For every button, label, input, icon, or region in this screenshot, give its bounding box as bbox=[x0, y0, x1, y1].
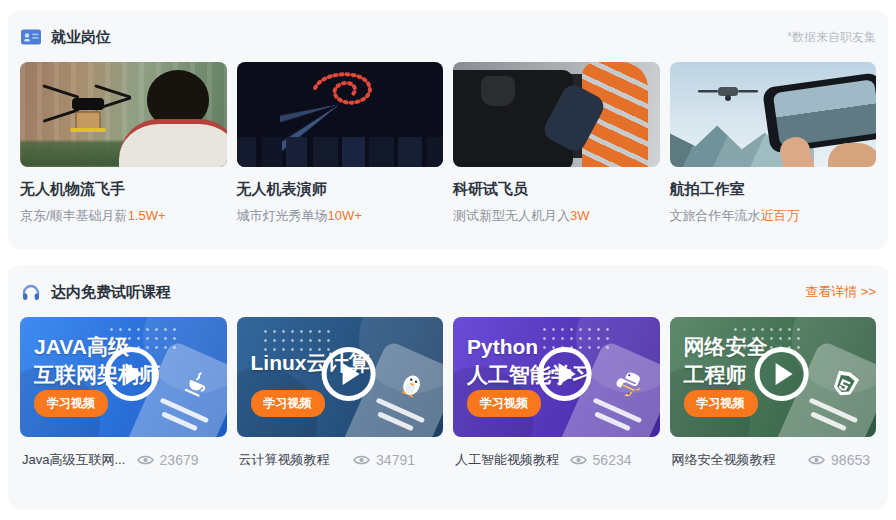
course-card-python: Python 人工智能学习 学习视频 人工智能视频教程 56234 bbox=[453, 317, 660, 469]
view-count: 34791 bbox=[353, 452, 415, 468]
jobs-section-title: 就业岗位 bbox=[51, 28, 111, 47]
study-video-badge: 学习视频 bbox=[467, 390, 541, 417]
course-caption: 人工智能视频教程 bbox=[455, 451, 559, 469]
view-count: 56234 bbox=[570, 452, 632, 468]
course-caption: 云计算视频教程 bbox=[239, 451, 330, 469]
view-count-value: 56234 bbox=[593, 452, 632, 468]
course-cards-row: JAVA高级 互联网架构师 学习视频 Java高级互联网... 23679 bbox=[20, 317, 876, 469]
job-desc-text: 测试新型无人机月入 bbox=[453, 208, 570, 223]
shield-logo-icon bbox=[823, 362, 868, 407]
study-video-badge: 学习视频 bbox=[684, 390, 758, 417]
courses-section-header: 达内免费试听课程 查看详情 >> bbox=[20, 281, 876, 303]
job-desc-text: 京东/顺丰基础月薪 bbox=[20, 208, 128, 223]
data-source-note: *数据来自职友集 bbox=[787, 29, 876, 46]
job-desc-text: 文旅合作年流水 bbox=[670, 208, 761, 223]
java-logo-icon bbox=[173, 362, 218, 407]
python-course-banner[interactable]: Python 人工智能学习 学习视频 bbox=[453, 317, 660, 437]
view-count-value: 23679 bbox=[160, 452, 199, 468]
course-caption-row: 网络安全视频教程 98653 bbox=[670, 451, 877, 469]
id-badge-icon bbox=[20, 26, 42, 48]
headphones-icon bbox=[20, 281, 42, 303]
job-desc: 京东/顺丰基础月薪1.5W+ bbox=[20, 207, 227, 225]
job-title: 无人机表演师 bbox=[237, 180, 444, 199]
play-button[interactable] bbox=[754, 347, 808, 401]
salary-highlight: 1.5W+ bbox=[128, 208, 166, 223]
view-details-link[interactable]: 查看详情 >> bbox=[805, 283, 876, 301]
salary-highlight: 3W bbox=[570, 208, 590, 223]
course-caption: 网络安全视频教程 bbox=[672, 451, 776, 469]
banner-line1: 网络安全 bbox=[684, 333, 768, 361]
drone-tank-decor bbox=[481, 76, 515, 106]
course-caption-row: 云计算视频教程 34791 bbox=[237, 451, 444, 469]
drone-delivery-photo bbox=[20, 62, 227, 167]
linux-logo-icon bbox=[390, 362, 435, 407]
small-drone-icon bbox=[696, 80, 760, 106]
skyline-decor bbox=[237, 137, 444, 167]
job-card-delivery-pilot[interactable]: 无人机物流飞手 京东/顺丰基础月薪1.5W+ bbox=[20, 62, 227, 225]
courses-section-title: 达内免费试听课程 bbox=[51, 283, 171, 302]
course-caption: Java高级互联网... bbox=[22, 451, 125, 469]
view-count-value: 98653 bbox=[831, 452, 870, 468]
job-title: 科研试飞员 bbox=[453, 180, 660, 199]
play-icon bbox=[775, 363, 792, 385]
course-caption-row: 人工智能视频教程 56234 bbox=[453, 451, 660, 469]
view-count: 98653 bbox=[808, 452, 870, 468]
security-course-banner[interactable]: 网络安全 工程师 学习视频 bbox=[670, 317, 877, 437]
python-logo-icon bbox=[606, 362, 651, 407]
jobs-section: 就业岗位 *数据来自职友集 无人机物流飞手 京东/顺 bbox=[8, 10, 888, 249]
drone-light-show-photo bbox=[237, 62, 444, 167]
jobs-section-header: 就业岗位 *数据来自职友集 bbox=[20, 26, 876, 48]
course-caption-row: Java高级互联网... 23679 bbox=[20, 451, 227, 469]
job-card-aerial-studio[interactable]: 航拍工作室 文旅合作年流水近百万 bbox=[670, 62, 877, 225]
view-count: 23679 bbox=[137, 452, 199, 468]
job-cards-row: 无人机物流飞手 京东/顺丰基础月薪1.5W+ 无人机表演师 城市灯光秀单场10W… bbox=[20, 62, 876, 225]
job-title: 航拍工作室 bbox=[670, 180, 877, 199]
job-desc: 城市灯光秀单场10W+ bbox=[237, 207, 444, 225]
courses-section: 达内免费试听课程 查看详情 >> bbox=[8, 265, 888, 509]
view-count-value: 34791 bbox=[376, 452, 415, 468]
course-card-java: JAVA高级 互联网架构师 学习视频 Java高级互联网... 23679 bbox=[20, 317, 227, 469]
drone-testing-photo bbox=[453, 62, 660, 167]
study-video-badge: 学习视频 bbox=[251, 390, 325, 417]
hand-thumb-decor bbox=[828, 143, 876, 167]
job-desc: 文旅合作年流水近百万 bbox=[670, 207, 877, 225]
eye-icon bbox=[808, 454, 825, 466]
job-card-show-performer[interactable]: 无人机表演师 城市灯光秀单场10W+ bbox=[237, 62, 444, 225]
eye-icon bbox=[353, 454, 370, 466]
aerial-studio-photo bbox=[670, 62, 877, 167]
play-button[interactable] bbox=[105, 347, 159, 401]
delivery-drone-icon bbox=[34, 84, 144, 146]
course-card-linux: Linux云计算 学习视频 云计算视频教程 34791 bbox=[237, 317, 444, 469]
play-button[interactable] bbox=[538, 347, 592, 401]
salary-highlight: 10W+ bbox=[328, 208, 362, 223]
job-card-test-pilot[interactable]: 科研试飞员 测试新型无人机月入3W bbox=[453, 62, 660, 225]
eye-icon bbox=[137, 454, 154, 466]
salary-highlight: 近百万 bbox=[761, 208, 800, 223]
eye-icon bbox=[570, 454, 587, 466]
java-course-banner[interactable]: JAVA高级 互联网架构师 学习视频 bbox=[20, 317, 227, 437]
play-icon bbox=[559, 363, 576, 385]
play-icon bbox=[342, 363, 359, 385]
job-desc: 测试新型无人机月入3W bbox=[453, 207, 660, 225]
play-icon bbox=[126, 363, 143, 385]
course-card-network-security: 网络安全 工程师 学习视频 网络安全视频教程 98653 bbox=[670, 317, 877, 469]
job-title: 无人机物流飞手 bbox=[20, 180, 227, 199]
play-button[interactable] bbox=[321, 347, 375, 401]
study-video-badge: 学习视频 bbox=[34, 390, 108, 417]
job-desc-text: 城市灯光秀单场 bbox=[237, 208, 328, 223]
linux-course-banner[interactable]: Linux云计算 学习视频 bbox=[237, 317, 444, 437]
